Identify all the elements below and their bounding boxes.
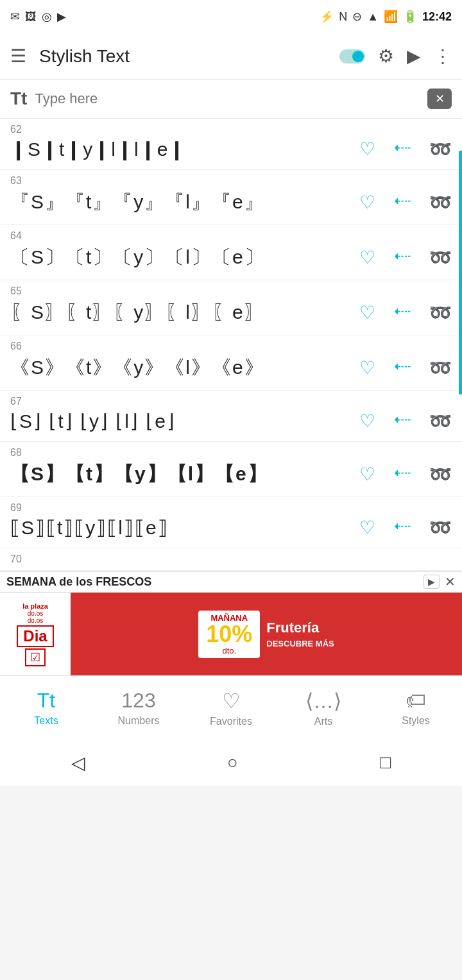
nav-styles-label: Styles <box>402 715 430 727</box>
nav-numbers-label: Numbers <box>118 715 160 727</box>
row-actions-67: ♡ ⭪ ➿ <box>359 410 452 432</box>
row-number-68: 68 <box>10 447 452 459</box>
share-icon-66[interactable]: ⭪ <box>393 357 411 378</box>
favorite-icon-68[interactable]: ♡ <box>359 464 375 485</box>
style-row-70: 70 <box>0 548 462 571</box>
row-content-62: ❙S❙t❙y❙l❙l❙e❙ ♡ ⭪ ➿ <box>10 138 452 160</box>
row-text-65: 〖S〗〖t〗〖y〗〖l〗〖e〗 <box>10 300 359 326</box>
wifi-icon: ▲ <box>367 10 379 24</box>
ad-text-block: Frutería DESCUBRE MÁS <box>266 620 334 648</box>
row-content-67: ⌊S⌋ ⌊t⌋ ⌊y⌋ ⌊l⌋ ⌊e⌋ ♡ ⭪ ➿ <box>10 410 452 432</box>
nav-item-arts[interactable]: ⟨…⟩ Arts <box>277 689 370 727</box>
status-time: 12:42 <box>422 10 452 24</box>
row-actions-68: ♡ ⭪ ➿ <box>359 464 452 485</box>
favorite-icon-62[interactable]: ♡ <box>359 139 375 160</box>
share-icon-64[interactable]: ⭪ <box>393 247 411 268</box>
style-row-69: 69 ⟦S⟧⟦t⟧⟦y⟧⟦l⟧⟦e⟧ ♡ ⭪ ➿ <box>0 497 462 548</box>
record-icon: ◎ <box>42 10 52 24</box>
row-number-67: 67 <box>10 396 452 407</box>
whatsapp-icon-62[interactable]: ➿ <box>429 139 452 160</box>
home-button[interactable]: ○ <box>227 752 238 773</box>
row-content-69: ⟦S⟧⟦t⟧⟦y⟧⟦l⟧⟦e⟧ ♡ ⭪ ➿ <box>10 516 452 539</box>
play-store-icon[interactable]: ▶ <box>407 46 421 67</box>
row-content-64: 〔S〕〔t〕〔y〕〔l〕〔e〕 ♡ ⭪ ➿ <box>10 244 452 271</box>
nav-favorites-icon: ♡ <box>222 689 241 713</box>
row-text-64: 〔S〕〔t〕〔y〕〔l〕〔e〕 <box>10 244 359 271</box>
favorite-icon-69[interactable]: ♡ <box>359 517 375 538</box>
nav-item-numbers[interactable]: 123 Numbers <box>92 689 185 727</box>
ad-discount-box: MAÑANA 10% dto. <box>198 611 260 658</box>
nav-favorites-label: Favorites <box>210 716 252 727</box>
ad-header-controls: ▶ ✕ <box>424 574 456 589</box>
whatsapp-icon-63[interactable]: ➿ <box>429 192 452 213</box>
nav-texts-label: Texts <box>34 715 58 727</box>
settings-icon[interactable]: ⚙ <box>378 46 394 67</box>
favorite-icon-65[interactable]: ♡ <box>359 302 375 323</box>
status-left-icons: ✉ 🖼 ◎ ▶ <box>10 10 66 24</box>
row-actions-62: ♡ ⭪ ➿ <box>359 139 452 160</box>
nav-numbers-icon: 123 <box>121 689 155 713</box>
ad-fruteria: Frutería <box>266 620 319 636</box>
ad-descubre: DESCUBRE MÁS <box>266 639 334 648</box>
ad-close-button[interactable]: ✕ <box>445 574 456 589</box>
bottom-nav: Tt Texts 123 Numbers ♡ Favorites ⟨…⟩ Art… <box>0 675 462 739</box>
nav-arts-icon: ⟨…⟩ <box>305 689 341 713</box>
mail-icon: ✉ <box>10 10 20 24</box>
play-icon: ▶ <box>57 10 66 24</box>
style-row-62: 62 ❙S❙t❙y❙l❙l❙e❙ ♡ ⭪ ➿ <box>0 119 462 170</box>
android-nav: ◁ ○ □ <box>0 739 462 786</box>
clear-icon: ✕ <box>435 92 445 106</box>
nav-item-styles[interactable]: 🏷 Styles <box>370 689 462 727</box>
app-title: Stylish Text <box>39 46 327 67</box>
nav-texts-icon: Tt <box>37 689 55 713</box>
favorite-icon-66[interactable]: ♡ <box>359 357 375 378</box>
row-text-62: ❙S❙t❙y❙l❙l❙e❙ <box>10 138 359 160</box>
row-content-65: 〖S〗〖t〗〖y〗〖l〗〖e〗 ♡ ⭪ ➿ <box>10 300 452 326</box>
whatsapp-icon-66[interactable]: ➿ <box>429 357 452 378</box>
menu-icon[interactable]: ☰ <box>10 46 26 67</box>
battery-icon: 🔋 <box>403 10 417 24</box>
nfc-icon: N <box>339 10 347 24</box>
whatsapp-icon-69[interactable]: ➿ <box>429 517 452 538</box>
row-actions-65: ♡ ⭪ ➿ <box>359 302 452 323</box>
style-list: 62 ❙S❙t❙y❙l❙l❙e❙ ♡ ⭪ ➿ 63 『S』『t』『y』『l』『e… <box>0 119 462 571</box>
share-icon-67[interactable]: ⭪ <box>393 410 411 432</box>
whatsapp-icon-67[interactable]: ➿ <box>429 410 452 432</box>
search-input[interactable] <box>35 90 420 107</box>
whatsapp-icon-64[interactable]: ➿ <box>429 247 452 268</box>
recents-button[interactable]: □ <box>380 752 391 773</box>
ad-container: SEMANA de los FRESCOS ▶ ✕ la plaza do.os… <box>0 571 462 675</box>
ad-header: SEMANA de los FRESCOS ▶ ✕ <box>0 571 462 592</box>
ad-banner[interactable]: la plaza do.os do.os Dia ☑ MAÑANA 10% dt… <box>0 592 462 675</box>
style-row-64: 64 〔S〕〔t〕〔y〕〔l〕〔e〕 ♡ ⭪ ➿ <box>0 225 462 280</box>
ad-percent: 10% <box>206 623 252 646</box>
share-icon-63[interactable]: ⭪ <box>393 192 411 213</box>
style-row-67: 67 ⌊S⌋ ⌊t⌋ ⌊y⌋ ⌊l⌋ ⌊e⌋ ♡ ⭪ ➿ <box>0 391 462 442</box>
row-content-63: 『S』『t』『y』『l』『e』 ♡ ⭪ ➿ <box>10 189 452 215</box>
row-number-69: 69 <box>10 502 452 514</box>
row-actions-64: ♡ ⭪ ➿ <box>359 247 452 268</box>
share-icon-65[interactable]: ⭪ <box>393 302 411 323</box>
more-icon[interactable]: ⋮ <box>434 46 452 67</box>
back-button[interactable]: ◁ <box>71 752 85 773</box>
nav-item-texts[interactable]: Tt Texts <box>0 689 92 727</box>
style-row-63: 63 『S』『t』『y』『l』『e』 ♡ ⭪ ➿ <box>0 170 462 225</box>
share-icon-62[interactable]: ⭪ <box>393 139 411 160</box>
whatsapp-icon-65[interactable]: ➿ <box>429 302 452 323</box>
nav-item-favorites[interactable]: ♡ Favorites <box>185 689 277 727</box>
share-icon-69[interactable]: ⭪ <box>393 517 411 538</box>
row-text-67: ⌊S⌋ ⌊t⌋ ⌊y⌋ ⌊l⌋ ⌊e⌋ <box>10 410 359 432</box>
whatsapp-icon-68[interactable]: ➿ <box>429 464 452 485</box>
ad-left-brand: la plaza do.os do.os Dia ☑ <box>0 593 71 675</box>
toggle-switch[interactable] <box>339 49 365 63</box>
favorite-icon-64[interactable]: ♡ <box>359 247 375 268</box>
favorite-icon-67[interactable]: ♡ <box>359 410 375 432</box>
status-bar: ✉ 🖼 ◎ ▶ ⚡ N ⊖ ▲ 📶 🔋 12:42 <box>0 0 462 33</box>
favorite-icon-63[interactable]: ♡ <box>359 192 375 213</box>
share-icon-68[interactable]: ⭪ <box>393 464 411 485</box>
row-text-69: ⟦S⟧⟦t⟧⟦y⟧⟦l⟧⟦e⟧ <box>10 516 359 539</box>
clear-button[interactable]: ✕ <box>427 89 452 109</box>
row-number-62: 62 <box>10 124 452 135</box>
ad-brand-price1: do.os <box>28 610 43 617</box>
bluetooth-icon: ⚡ <box>320 10 334 24</box>
